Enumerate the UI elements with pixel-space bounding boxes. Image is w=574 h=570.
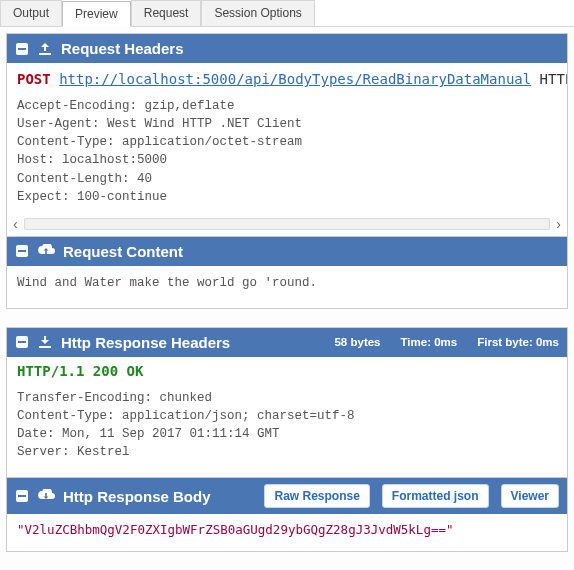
tab-preview[interactable]: Preview [62,1,131,27]
cloud-upload-icon [37,244,55,258]
response-time: Time: 0ms [401,336,458,348]
request-content-title: Request Content [63,243,183,260]
request-content-header: Request Content [7,237,567,266]
request-content-body: Wind and Water make the world go 'round. [7,266,567,308]
request-line: POST http://localhost:5000/api/BodyTypes… [7,63,567,89]
response-headers-header: Http Response Headers 58 bytes Time: 0ms… [7,328,567,357]
request-content-panel: Request Content Wind and Water make the … [6,237,568,309]
request-url[interactable]: http://localhost:5000/api/BodyTypes/Read… [59,71,531,87]
scrollbar-track[interactable] [24,218,551,230]
scroll-left-icon[interactable]: ‹ [13,217,18,231]
collapse-icon[interactable] [15,42,29,56]
response-body-panel: Http Response Body Raw Response Formatte… [6,478,568,552]
response-body-title: Http Response Body [63,488,211,505]
request-headers-title: Request Headers [61,40,184,57]
tab-output[interactable]: Output [0,0,62,26]
download-icon [37,335,53,349]
response-header-lines: Transfer-Encoding: chunked Content-Type:… [7,381,567,478]
request-headers-header: Request Headers [7,34,567,63]
response-body-content: "V2luZCBhbmQgV2F0ZXIgbWFrZSB0aGUgd29ybGQ… [7,514,567,551]
viewer-button[interactable]: Viewer [501,484,559,508]
collapse-icon[interactable] [15,489,29,503]
http-method: POST [17,71,51,87]
request-headers-panel: Request Headers POST http://localhost:50… [6,33,568,237]
http-version: HTTP/1. [540,71,567,87]
scroll-right-icon[interactable]: › [556,217,561,231]
raw-response-button[interactable]: Raw Response [264,484,369,508]
response-status-line: HTTP/1.1 200 OK [7,357,567,381]
response-headers-title: Http Response Headers [61,334,230,351]
response-headers-panel: Http Response Headers 58 bytes Time: 0ms… [6,327,568,479]
collapse-icon[interactable] [15,335,29,349]
svg-rect-7 [39,346,51,348]
tab-bar: Output Preview Request Session Options [0,0,574,27]
svg-rect-1 [18,48,26,50]
formatted-json-button[interactable]: Formatted json [382,484,489,508]
svg-rect-6 [18,341,26,343]
response-first-byte: First byte: 0ms [477,336,559,348]
response-body-header: Http Response Body Raw Response Formatte… [7,478,567,514]
collapse-icon[interactable] [15,244,29,258]
request-header-lines: Accept-Encoding: gzip,deflate User-Agent… [7,89,567,214]
tab-request[interactable]: Request [131,0,202,26]
tab-session-options[interactable]: Session Options [201,0,314,26]
svg-rect-9 [18,495,26,497]
cloud-download-icon [37,489,55,503]
horizontal-scrollbar[interactable]: ‹ › [7,214,567,236]
svg-rect-4 [18,250,26,252]
response-bytes: 58 bytes [334,336,380,348]
svg-rect-2 [39,53,51,55]
upload-icon [37,42,53,56]
